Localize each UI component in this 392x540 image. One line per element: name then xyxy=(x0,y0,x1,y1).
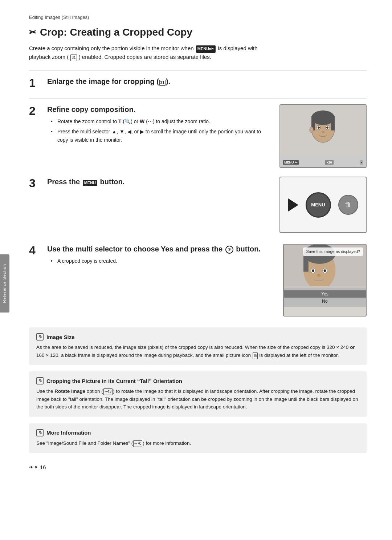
menu-badge: MENU⌗✂ xyxy=(196,45,216,53)
camera-button-image: MENU 🗑 xyxy=(279,177,367,233)
svg-rect-3 xyxy=(331,116,335,130)
note-more-info: ✎ More Information See "Image/Sound File… xyxy=(29,423,367,453)
menu-badge-text: MENU xyxy=(197,46,209,52)
step-4-image: ✂ xyxy=(283,244,367,317)
step-1-title: Enlarge the image for cropping (31). xyxy=(47,76,367,86)
step-3-image: MENU 🗑 xyxy=(279,177,367,233)
step-4-left: 4 Use the multi selector to choose Yes a… xyxy=(29,244,272,267)
footer-prefix: ❧⁕ xyxy=(29,464,38,471)
note-cropping-tall-text: Use the Rotate image option (⊸43) to rot… xyxy=(36,387,359,411)
face-area xyxy=(280,105,366,156)
intro-paragraph: Create a copy containing only the portio… xyxy=(29,44,276,61)
step-4-title: Use the multi selector to choose Yes and… xyxy=(47,244,272,254)
menu-button: MENU xyxy=(306,192,331,218)
step-3-number: 3 xyxy=(29,177,47,189)
step-2-content: Refine copy composition. Rotate the zoom… xyxy=(47,104,269,146)
zoom-indicator: ×20 xyxy=(325,160,333,165)
footer-number: 16 xyxy=(40,464,46,470)
face-svg xyxy=(307,109,339,152)
step-3-title: Press the MENU button. xyxy=(47,177,269,187)
ok-circle-icon: ® xyxy=(225,246,233,254)
scissors-badge: ✂ xyxy=(211,46,214,52)
step-1: 1 Enlarge the image for cropping (31). xyxy=(29,76,367,89)
rotate-ref-icon: ⊸43 xyxy=(103,388,113,395)
camera-screen-1: MENU ✂ ×20 ▪ xyxy=(279,104,367,168)
svg-point-17 xyxy=(324,269,326,272)
note-more-info-title: ✎ More Information xyxy=(36,429,359,436)
step-1-number: 1 xyxy=(29,76,47,89)
note-image-size-title: ✎ Image Size xyxy=(36,333,359,340)
note-icon-1: ✎ xyxy=(36,333,44,340)
menu-badge-step3: MENU xyxy=(83,180,97,186)
step-2-bullets: Rotate the zoom control to T (🔍) or W (⋯… xyxy=(47,117,269,144)
ref-icon-31: 31 xyxy=(70,55,77,61)
note-icon-3: ✎ xyxy=(36,429,44,436)
or-text: or xyxy=(350,344,355,350)
step-4-bullets: A cropped copy is created. xyxy=(47,257,272,265)
menu-label-small: MENU ✂ xyxy=(283,160,299,165)
svg-point-15 xyxy=(312,269,314,272)
step-2-number: 2 xyxy=(29,104,47,117)
step-2-bullet-1: Rotate the zoom control to T (🔍) or W (⋯… xyxy=(51,117,261,125)
svg-point-18 xyxy=(317,274,320,277)
svg-point-9 xyxy=(310,127,313,133)
small-pic-icon: ⊟ xyxy=(253,352,258,359)
svg-point-5 xyxy=(318,126,320,129)
dialog-text-box: Save this image as displayed? xyxy=(303,247,363,256)
record-indicator: ▪ xyxy=(360,160,363,165)
page-container: Reference Section Editing Images (Still … xyxy=(0,0,392,492)
more-info-ref-icon: ⊸70 xyxy=(133,440,142,447)
svg-point-8 xyxy=(322,131,324,133)
step-4-bullet-1: A cropped copy is created. xyxy=(51,257,261,265)
breadcrumb: Editing Images (Still Images) xyxy=(29,15,367,20)
scissors-icon: ✂ xyxy=(29,27,36,37)
dialog-face: Save this image as displayed? xyxy=(284,245,366,288)
side-tab: Reference Section xyxy=(0,254,9,313)
arrow-right-icon xyxy=(288,198,298,211)
step-2-image: MENU ✂ ×20 ▪ xyxy=(279,104,367,168)
step-4-content: Use the multi selector to choose Yes and… xyxy=(47,244,272,267)
intro-before-menu: Create a copy containing only the portio… xyxy=(29,45,194,51)
svg-point-7 xyxy=(326,126,328,129)
step-2-bullet-2: Press the multi selector ▲, ▼, ◀, or ▶ t… xyxy=(51,128,261,144)
step-3-content: Press the MENU button. xyxy=(47,177,269,190)
trash-button: 🗑 xyxy=(338,195,358,215)
divider-2 xyxy=(29,98,367,98)
title-text: Crop: Creating a Cropped Copy xyxy=(40,27,192,38)
divider-1 xyxy=(29,70,367,70)
intro-after-ref: ) enabled. Cropped copies are stored as … xyxy=(79,54,211,60)
note-cropping-tall: ✎ Cropping the Picture in its Current “T… xyxy=(29,371,367,417)
dialog-options: Yes No xyxy=(284,288,366,307)
step-4-number: 4 xyxy=(29,244,47,256)
note-image-size-text: As the area to be saved is reduced, the … xyxy=(36,343,359,359)
step-1-content: Enlarge the image for cropping (31). xyxy=(47,76,367,89)
step-3-left: 3 Press the MENU button. xyxy=(29,177,269,190)
page-footer: ❧⁕ 16 xyxy=(29,464,367,471)
camera-bottom-bar: MENU ✂ ×20 ▪ xyxy=(280,156,366,168)
side-tab-label: Reference Section xyxy=(2,264,7,303)
dialog-no-option: No xyxy=(284,298,366,305)
note-image-size: ✎ Image Size As the area to be saved is … xyxy=(29,327,367,365)
note-cropping-tall-title: ✎ Cropping the Picture in its Current “T… xyxy=(36,377,359,384)
step-2-title: Refine copy composition. xyxy=(47,104,269,114)
note-more-info-text: See "Image/Sound File and Folder Names" … xyxy=(36,439,359,447)
step-3-row: 3 Press the MENU button. MENU 🗑 xyxy=(29,177,367,233)
save-dialog: ✂ xyxy=(283,244,367,317)
step-2: 2 Refine copy composition. Rotate the zo… xyxy=(29,104,367,168)
step-4-row: 4 Use the multi selector to choose Yes a… xyxy=(29,244,367,317)
page-title: ✂ Crop: Creating a Cropped Copy xyxy=(29,27,367,38)
note-icon-2: ✎ xyxy=(36,377,44,384)
step1-ref-icon: 31 xyxy=(159,80,166,86)
dialog-yes-option: Yes xyxy=(284,290,366,298)
menu-button-visual: MENU 🗑 xyxy=(288,192,358,218)
